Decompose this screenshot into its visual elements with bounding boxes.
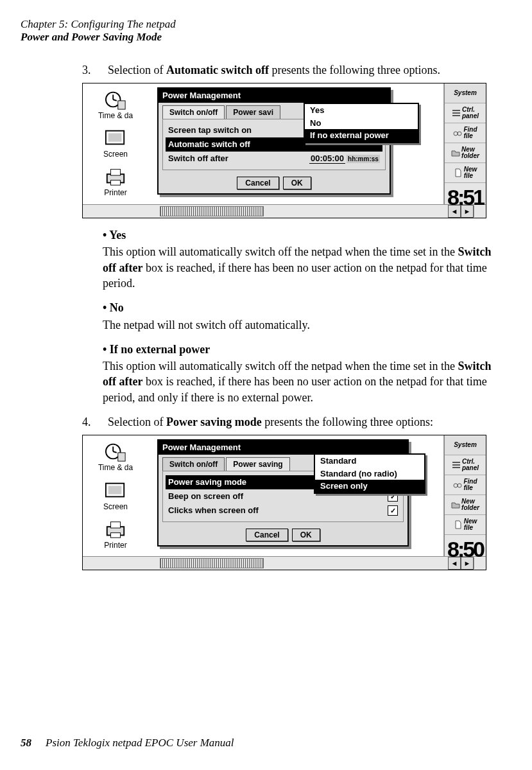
- sidebar-ctrl-panel[interactable]: Ctrl. panel: [445, 455, 486, 475]
- sliders-icon: [452, 109, 461, 118]
- bottom-bar: ◄ ►: [83, 556, 486, 570]
- cp-icon-printer[interactable]: Printer: [90, 518, 141, 550]
- svg-rect-25: [452, 467, 460, 468]
- binoculars-icon: [453, 128, 462, 137]
- dialog-title: Power Management: [159, 89, 390, 103]
- cp-label: Screen: [103, 502, 128, 512]
- cp-label: Time & da: [98, 110, 133, 121]
- step-4: 4. Selection of Power saving mode presen…: [82, 414, 495, 430]
- svg-rect-21: [110, 521, 120, 527]
- sidebar-ctrl-panel[interactable]: Ctrl. panel: [445, 103, 486, 123]
- option-no[interactable]: No: [305, 117, 418, 130]
- svg-point-26: [454, 484, 458, 487]
- clock-icon: [103, 441, 128, 462]
- dialog-title: Power Management: [159, 441, 408, 455]
- page-number: 58: [21, 737, 31, 749]
- bullet-ext-desc: This option will automatically switch of…: [103, 358, 495, 405]
- sliders-icon: [452, 460, 461, 469]
- cp-icon-screen[interactable]: Screen: [90, 480, 141, 512]
- scroll-left-button[interactable]: ◄: [448, 205, 461, 218]
- auto-switch-off-popup: Yes No If no external power: [304, 103, 419, 143]
- tab-switch-onoff[interactable]: Switch on/off: [162, 105, 225, 119]
- sidebar-new-file[interactable]: New file: [445, 163, 486, 183]
- step-text: Selection of Power saving mode presents …: [108, 414, 433, 430]
- sidebar-system[interactable]: System: [445, 435, 486, 455]
- time-unit: hh:mm:ss: [347, 155, 380, 163]
- cp-icon-screen[interactable]: Screen: [90, 127, 141, 159]
- cp-label: Time & da: [98, 462, 133, 473]
- ok-button[interactable]: OK: [292, 529, 320, 541]
- scroll-left-button[interactable]: ◄: [448, 557, 461, 570]
- option-standard-no-radio[interactable]: Standard (no radio): [315, 468, 424, 480]
- task-hatch: [160, 206, 264, 216]
- bullet-no-desc: The netpad will not switch off automatic…: [103, 317, 495, 333]
- step-text: Selection of Automatic switch off presen…: [108, 62, 440, 78]
- svg-point-13: [458, 132, 461, 136]
- cancel-button[interactable]: Cancel: [237, 177, 279, 189]
- sidebar-new-folder[interactable]: New folder: [445, 143, 486, 163]
- svg-rect-19: [108, 486, 122, 494]
- svg-point-12: [454, 132, 458, 136]
- svg-rect-9: [452, 110, 460, 111]
- cp-label: Printer: [104, 540, 126, 550]
- bullet-ext-title: If no external power: [103, 343, 210, 356]
- page-footer: 58Psion Teklogix netpad EPOC User Manual: [21, 737, 234, 749]
- option-standard[interactable]: Standard: [315, 455, 424, 468]
- file-icon: [454, 168, 463, 177]
- svg-rect-7: [110, 170, 120, 175]
- svg-rect-5: [108, 134, 122, 142]
- screen-icon: [103, 127, 128, 149]
- scroll-right-button[interactable]: ►: [461, 205, 474, 218]
- screen-icon: [103, 480, 128, 502]
- sidebar-system[interactable]: System: [445, 83, 486, 103]
- sidebar-new-file[interactable]: New file: [445, 515, 486, 535]
- row-switch-off-after[interactable]: Switch off after 00:05:00hh:mm:ss: [168, 152, 380, 166]
- file-icon: [454, 520, 463, 529]
- binoculars-icon: [453, 480, 462, 489]
- row-clicks-when-screen-off[interactable]: Clicks when screen off ✓: [168, 503, 398, 518]
- step-number: 3.: [82, 62, 96, 78]
- task-hatch: [160, 558, 264, 568]
- cp-icon-time[interactable]: Time & da: [90, 441, 141, 473]
- manual-title: Psion Teklogix netpad EPOC User Manual: [46, 737, 234, 749]
- ok-button[interactable]: OK: [283, 177, 311, 189]
- bullet-no-title: No: [103, 301, 124, 314]
- cp-label: Printer: [104, 188, 126, 198]
- screenshot-power-saving: Time & da Screen Printer: [82, 435, 495, 570]
- svg-rect-10: [452, 112, 460, 114]
- term-auto-switch-off: Automatic switch off: [166, 64, 269, 76]
- folder-icon: [451, 500, 460, 509]
- folder-icon: [451, 148, 460, 157]
- cp-icon-time[interactable]: Time & da: [90, 89, 141, 121]
- term-power-saving-mode: Power saving mode: [166, 416, 262, 428]
- tab-power-saving[interactable]: Power savi: [226, 105, 280, 119]
- sidebar-find-file[interactable]: Find file: [445, 475, 486, 495]
- option-yes[interactable]: Yes: [305, 104, 418, 117]
- option-if-no-external-power[interactable]: If no external power: [305, 129, 418, 142]
- cancel-button[interactable]: Cancel: [246, 529, 287, 541]
- option-screen-only[interactable]: Screen only: [315, 480, 424, 493]
- checkbox-clicks[interactable]: ✓: [388, 505, 398, 516]
- tab-switch-onoff[interactable]: Switch on/off: [162, 457, 225, 471]
- corner-grip: [474, 206, 486, 217]
- time-value[interactable]: 00:05:00: [309, 153, 345, 164]
- running-header: Chapter 5: Configuring The netpad Power …: [21, 18, 506, 44]
- svg-point-27: [458, 484, 461, 487]
- svg-rect-8: [110, 180, 120, 186]
- tab-power-saving[interactable]: Power saving: [226, 457, 289, 471]
- screenshot-auto-switch-off: Time & da Screen Printer: [82, 83, 495, 218]
- bottom-bar: ◄ ►: [83, 204, 486, 218]
- svg-rect-22: [110, 532, 120, 538]
- sidebar-find-file[interactable]: Find file: [445, 123, 486, 143]
- bullet-yes-title: Yes: [103, 229, 126, 241]
- sidebar-new-folder[interactable]: New folder: [445, 495, 486, 515]
- printer-icon: [103, 518, 128, 540]
- step-number: 4.: [82, 414, 96, 430]
- cp-icon-printer[interactable]: Printer: [90, 166, 141, 198]
- scroll-right-button[interactable]: ►: [461, 557, 474, 570]
- bullet-yes-desc: This option will automatically switch of…: [103, 244, 495, 291]
- svg-rect-3: [118, 101, 125, 109]
- cp-label: Screen: [103, 149, 128, 159]
- step-3: 3. Selection of Automatic switch off pre…: [82, 62, 495, 78]
- printer-icon: [103, 166, 128, 188]
